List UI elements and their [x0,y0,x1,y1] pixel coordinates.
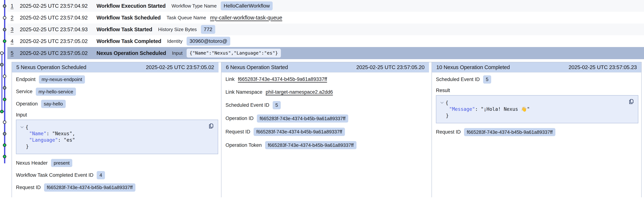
scheduled-event-id-chip: 5 [483,75,491,84]
event-attr-value: 30960@totoro@ [186,37,230,46]
panel-title: 6 Nexus Operation Started [226,64,288,70]
json-brace: } [26,144,29,149]
timeline-svg [0,0,12,201]
json-value: "es" [64,137,75,143]
collapse-chevron-icon[interactable] [20,125,24,129]
panel-nexus-operation-scheduled: 5 Nexus Operation Scheduled 2025-02-25 U… [12,62,221,197]
field-label: Link [226,76,235,82]
field-label: Scheduled Event ID [226,102,269,108]
service-chip: my-hello-service [36,88,76,96]
nexus-header-chip: present [51,159,72,167]
collapse-chevron-icon[interactable] [440,101,444,105]
event-id-link[interactable]: 1 [11,3,20,9]
json-viewer-result: { "Message": "¡Hola! Nexus 👋" } [436,95,638,123]
request-id-chip: f665283f-743e-4374-b45b-9a61a89337ff [44,183,136,192]
panel-title: 5 Nexus Operation Scheduled [16,64,86,70]
event-name: Workflow Task Started [96,27,152,33]
event-history-table: 1 2025-02-25 UTC 23:57:04.92 Workflow Ex… [7,0,644,59]
json-brace: } [446,113,449,118]
operation-id-chip: f665283f-743e-4374-b45b-9a61a89337ff [257,114,348,123]
field-label: Operation ID [226,116,254,121]
field-label: Nexus Header [16,160,48,166]
panel-timestamp: 2025-02-25 UTC 23:57:05.23 [568,64,637,70]
field-label: Request ID [16,185,41,190]
json-sep: : [46,131,52,136]
event-detail-panels: 5 Nexus Operation Scheduled 2025-02-25 U… [12,62,644,197]
json-value: "Nexus", [52,131,75,136]
json-key: "Message" [449,106,475,112]
field-label: Request ID [436,129,461,135]
operation-chip: say-hello [41,100,66,108]
code-section-label: Result [436,88,638,93]
json-sep: : [58,137,64,143]
panel-timestamp: 2025-02-25 UTC 23:57:05.20 [356,64,424,70]
event-name: Workflow Task Completed [96,38,161,44]
event-attr-label: Task Queue Name [166,15,206,21]
event-time: 2025-02-25 UTC 23:57:04.93 [20,27,96,33]
field-label: Link Namespace [226,89,262,95]
field-label: Workflow Task Completed Event ID [16,172,94,178]
event-attr-label: Input [172,50,182,56]
event-attr-label: History Size Bytes [158,27,197,32]
event-time: 2025-02-25 UTC 23:57:04.92 [20,3,96,9]
panel-header: 5 Nexus Operation Scheduled 2025-02-25 U… [12,62,218,72]
json-brace: { [26,124,28,130]
json-value: "¡Hola! Nexus 👋" [481,106,530,112]
panel-timestamp: 2025-02-25 UTC 23:57:05.02 [146,64,214,70]
panel-nexus-operation-started: 6 Nexus Operation Started 2025-02-25 UTC… [221,62,432,197]
task-queue-link[interactable]: my-caller-workflow-task-queue [210,15,282,21]
field-label: Operation [16,101,38,107]
copy-icon[interactable] [208,123,214,129]
panel-nexus-operation-completed: 10 Nexus Operation Completed 2025-02-25 … [432,62,642,197]
json-brace: { [446,100,448,106]
event-name: Workflow Task Scheduled [96,15,161,21]
panel-title: 10 Nexus Operation Completed [436,64,510,70]
endpoint-chip: my-nexus-endpoint [39,75,85,84]
event-attr-value: 772 [201,25,216,34]
event-row-5-selected[interactable]: 5 2025-02-25 UTC 23:57:05.02 Nexus Opera… [7,47,644,59]
event-id-link[interactable]: 5 [11,50,20,56]
panel-header: 6 Nexus Operation Started 2025-02-25 UTC… [222,62,429,72]
event-input-json: {"Name":"Nexus","Language":"es"} [186,49,281,58]
event-id-link[interactable]: 2 [11,15,20,21]
field-label: Endpoint [16,77,36,82]
link-link[interactable]: f665283f-743e-4374-b45b-9a61a89337ff [238,76,327,82]
event-timeline-graph [0,0,12,201]
operation-token-chip: f665283f-743e-4374-b45b-9a61a89337ff [265,141,356,149]
event-time: 2025-02-25 UTC 23:57:05.02 [20,50,96,56]
field-label: Service [16,89,32,94]
json-sep: : [475,106,481,112]
field-label: Scheduled Event ID [436,77,480,82]
field-label: Operation Token [226,142,262,148]
event-time: 2025-02-25 UTC 23:57:04.92 [20,15,96,21]
link-namespace-link[interactable]: phil-target-namespace2.a2dd6 [266,89,333,95]
request-id-chip: f665283f-743e-4374-b45b-9a61a89337ff [254,128,345,136]
request-id-chip: f665283f-743e-4374-b45b-9a61a89337ff [464,128,556,136]
field-label: Request ID [226,129,250,135]
event-id-link[interactable]: 3 [11,27,20,32]
event-attr-value: HelloCallerWorkflow [221,2,273,11]
event-attr-label: Identity [167,38,182,44]
event-attr-label: Workflow Type Name [172,3,217,9]
event-row-4[interactable]: 4 2025-02-25 UTC 23:57:05.02 Workflow Ta… [7,35,644,47]
event-row-3[interactable]: 3 2025-02-25 UTC 23:57:04.93 Workflow Ta… [7,24,644,35]
event-row-1[interactable]: 1 2025-02-25 UTC 23:57:04.92 Workflow Ex… [7,0,644,12]
json-viewer-input: { "Name": "Nexus", "Language": "es" } [16,120,218,154]
wtc-event-id-chip: 4 [97,171,105,179]
event-time: 2025-02-25 UTC 23:57:05.02 [20,38,96,44]
json-key: "Name" [29,131,46,136]
json-key: "Language" [29,137,58,143]
code-section-label: Input [16,112,218,118]
event-name: Nexus Operation Scheduled [96,50,166,56]
scheduled-event-id-chip: 5 [273,101,281,109]
event-name: Workflow Execution Started [96,3,166,9]
copy-icon[interactable] [628,98,635,105]
event-id-link[interactable]: 4 [11,38,20,44]
panel-header: 10 Nexus Operation Completed 2025-02-25 … [432,62,641,72]
event-row-2[interactable]: 2 2025-02-25 UTC 23:57:04.92 Workflow Ta… [7,12,644,24]
